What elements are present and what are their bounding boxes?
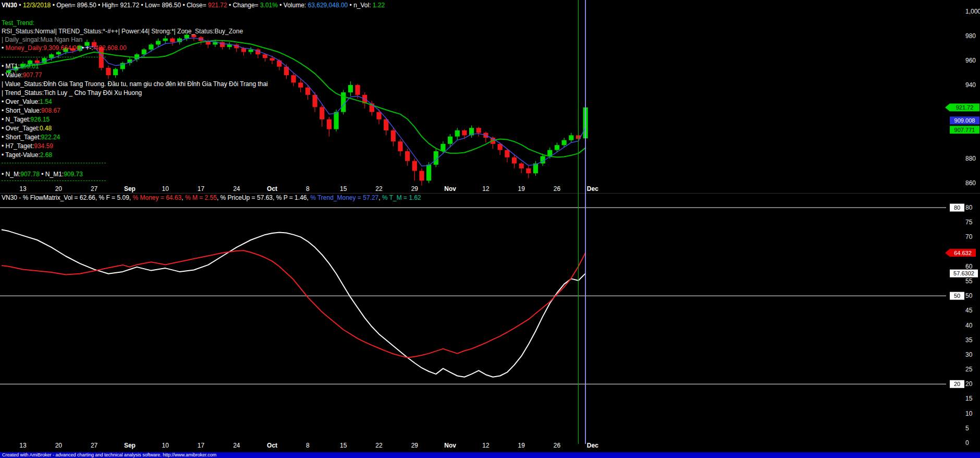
text-segment: • N_Taget:: [2, 116, 31, 123]
tick-label: Dec: [587, 442, 598, 449]
tick-label: 15: [340, 442, 347, 449]
indicator-text-line: • H7_Taget:934.59: [2, 142, 53, 150]
text-segment: ,: [378, 194, 382, 201]
tick-label: 10: [162, 442, 169, 449]
axis-value-marker: 909.008: [950, 116, 979, 124]
status-text: Created with AmiBroker - advanced charti…: [2, 452, 216, 457]
tick-label: 45: [965, 307, 973, 314]
candle-body: [448, 137, 452, 144]
indicator-axis: 807570605550454035302520151050: [965, 204, 973, 447]
flowmatrix-header: VN30 - % FlowMatrix_Vol = 62.66, % F = 5…: [2, 194, 421, 201]
marker-arrow: [945, 103, 950, 111]
text-segment: ,: [181, 194, 185, 201]
candle-body: [398, 141, 402, 151]
candle-body: [455, 130, 460, 137]
tick-label: 15: [965, 395, 973, 402]
text-segment: • Change=: [227, 2, 260, 9]
candle-body: [462, 130, 467, 135]
tick-label: 20: [55, 185, 63, 192]
axis-value-marker: 921.72: [945, 103, 979, 111]
text-segment: 909.01: [20, 63, 39, 70]
text-segment: • Over_Value:: [2, 98, 40, 105]
tick-label: 20: [965, 380, 973, 388]
text-segment: % FlowMatrix_Vol = 62.66: [23, 194, 95, 201]
text-segment: 0.48: [40, 125, 52, 132]
tick-label: 20: [954, 381, 960, 387]
text-segment: •: [19, 2, 23, 9]
tick-label: 26: [554, 185, 561, 192]
candle-body: [56, 52, 61, 55]
axis-value-marker: 907.771: [950, 126, 979, 134]
candle-body: [249, 50, 253, 52]
tick-label: 20: [55, 442, 63, 449]
chart-canvas[interactable]: 131320202727SepSep101017172424OctOct8815…: [0, 0, 980, 458]
tick-label: 22: [375, 185, 383, 192]
amibroker-window: 131320202727SepSep101017172424OctOct8815…: [0, 0, 980, 458]
text-segment: % T_M = 1.62: [382, 194, 421, 201]
tick-label: 24: [233, 185, 240, 192]
text-segment: 2.68: [40, 151, 52, 159]
indicator-text-line: • N_Taget:926.15: [2, 116, 50, 123]
tick-label: 10: [162, 185, 169, 192]
tick-label: 57.6302: [953, 270, 974, 276]
text-segment: % P = 1.46: [276, 194, 307, 201]
candle-body: [149, 44, 153, 49]
candle-body: [106, 68, 111, 75]
tick-label: 70: [965, 233, 973, 240]
tick-label: 860: [965, 179, 976, 187]
tick-label: 19: [518, 442, 525, 449]
text-segment: • n_Vol:: [348, 2, 373, 9]
text-segment: • N_M1:: [40, 171, 64, 178]
tick-label: 50: [965, 292, 973, 299]
axis-value-marker: 57.6302: [950, 270, 978, 278]
indicator-text-line: • Short_Taget:922.24: [2, 134, 60, 141]
candle-body: [227, 44, 232, 47]
tick-label: 17: [198, 442, 205, 449]
candle-body: [305, 88, 310, 95]
text-segment: • Short_Taget:: [2, 134, 41, 141]
tick-label: 19: [518, 185, 525, 192]
indicator-text-line: | Trend_Status:Tich Luy _ Cho Thay Đôi X…: [2, 89, 142, 97]
text-segment: 63,629,048.00: [308, 2, 348, 9]
dashed-separator: [2, 57, 106, 57]
tick-label: Oct: [267, 185, 277, 192]
dashed-separator: [2, 163, 106, 163]
text-segment: % M = 2.55: [185, 194, 217, 201]
tick-label: Dec: [587, 185, 598, 192]
text-segment: • Over_Taget:: [2, 125, 40, 132]
candle-body: [348, 85, 353, 92]
text-segment: 909.73: [64, 171, 83, 178]
tick-label: 80: [965, 204, 973, 211]
candle-body: [320, 107, 324, 119]
indicator-text-line: • Short_Value:908.67: [2, 107, 60, 114]
indicator-text-line: • Value:907.77: [2, 71, 42, 79]
indicator-text-line: • Money_Daily:9,309,664.00 • +-:-422,608…: [2, 44, 127, 52]
indicator-text-line: RSI_Status:Normal| TREND_Status:*-#++| P…: [2, 28, 243, 35]
indicator-line: [2, 230, 585, 377]
text-segment: •: [80, 44, 85, 52]
tick-label: 29: [411, 185, 419, 192]
candle-body: [170, 39, 175, 42]
text-segment: 926.15: [31, 116, 50, 123]
candle-body: [376, 112, 381, 119]
indicator-text-line: • MT1:909.01: [2, 63, 39, 70]
indicator-text-line: | Daily_singal:Mua Ngan Han: [2, 36, 82, 43]
candle-body: [191, 35, 196, 38]
candle-body: [163, 39, 168, 41]
candle-body: [440, 144, 445, 151]
text-segment: VN30: [2, 2, 19, 9]
tick-label: 27: [91, 442, 98, 449]
text-segment: • Volume:: [278, 2, 308, 9]
text-segment: •: [2, 44, 6, 52]
indicator-text-line: • Over_Taget:0.48: [2, 125, 52, 132]
tick-label: Nov: [444, 185, 456, 192]
indicator-text-line: • N_M:907.78 • N_M1:909.73: [2, 171, 83, 178]
indicator-line: [2, 250, 585, 357]
tick-label: 8: [306, 185, 310, 192]
candle-body: [391, 130, 396, 141]
tick-label: 64.632: [954, 250, 972, 256]
tick-label: 13: [19, 185, 27, 192]
tick-label: 1,000: [965, 8, 980, 15]
text-segment: VN30 -: [2, 194, 23, 201]
tick-label: 75: [965, 219, 973, 226]
